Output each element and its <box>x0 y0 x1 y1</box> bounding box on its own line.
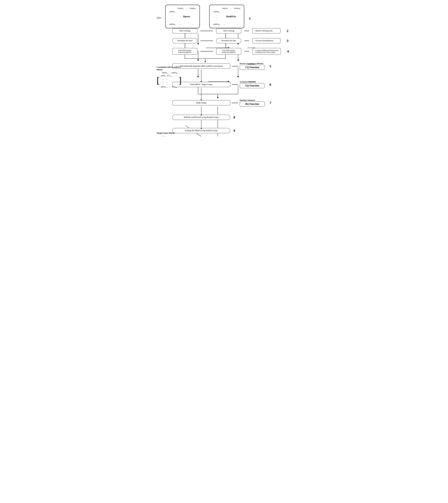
dmirnas-label: DmiRNAs <box>226 15 236 18</box>
arrow-down-left-2 <box>185 34 185 38</box>
corr-row-4: . … . <box>161 83 178 85</box>
dgenes-label: Dgenes <box>183 15 190 18</box>
corr-matrix-section: Correlation mRNA-miRNA Matrix [ miRNA1 …… <box>157 66 185 89</box>
target-matrix-content: miRNA1 geneN1, geneN2, geneN3,…,geneNK g… <box>160 135 185 136</box>
corr-rows: mRNA1 PCC1,1 … . . … . . … <box>161 74 178 89</box>
step2-number: 2 <box>287 29 288 33</box>
step4-note: Compute Differential Expression Estimate… <box>252 48 281 55</box>
h-connector-7 <box>232 103 238 103</box>
note3-bullet1: Z-Score Normalization <box>255 40 278 42</box>
step3-row: Normalize the Data Normalize the Data Z-… <box>172 38 291 43</box>
arrow-down-left-3 <box>185 43 185 48</box>
input-section: Input Sample1 … SampleN mRNA1 <box>157 3 291 28</box>
svg-marker-52 <box>200 81 202 82</box>
step6-number: 6 <box>270 83 271 87</box>
step7-number: 7 <box>270 101 271 105</box>
note4-bullet2: Estimate Exact Test p-Value <box>255 51 278 53</box>
step3-boxes: Normalize the Data Normalize the Data Z-… <box>172 38 288 43</box>
step3-note: Z-Score Normalization <box>252 38 280 43</box>
dgenes-matrix-container: Sample1 … SampleN mRNA1 Dgenes . . . <box>165 5 200 28</box>
find-assoc-label: Find Statistically Important mRNA-miRNA … <box>180 65 223 67</box>
corr-bracket-left: [ <box>157 76 160 84</box>
build-model-label: Build the model based on Top Ranked Grou… <box>184 116 219 118</box>
corr-bracket-right: ] <box>178 76 182 84</box>
normalize-2-box: Normalize the Data <box>216 38 241 43</box>
arrow-row-2 <box>185 34 291 38</box>
step1-number: 1 <box>249 17 251 20</box>
step2-row: Data Cleaning Data Cleaning Remove Missi… <box>172 28 291 34</box>
dgenes-box: Sample1 … SampleN mRNA1 Dgenes . . . <box>165 5 200 28</box>
step5-side: Pearson Correlation Coefficient C() Func… <box>240 62 265 70</box>
step5-number: 5 <box>270 64 271 68</box>
target-matrix-section: Target Genes Matrix [ miRNA1 geneN1, gen… <box>157 132 188 136</box>
rank-groups-box: Rank Groups <box>172 100 230 105</box>
target-rows: miRNA1 geneN1, geneN2, geneN3,…,geneNK g… <box>161 135 184 136</box>
svg-marker-58 <box>200 128 202 129</box>
svg-marker-50 <box>204 61 206 62</box>
c-function-box: C() Function <box>240 65 265 70</box>
step6-to-7-svg <box>172 88 266 101</box>
step3-number: 3 <box>287 39 288 43</box>
evaluate-model-label: Evaluate the Model on Top Ranked Groups <box>185 129 218 132</box>
dmirnas-box: Sample1 … SampleN miRNA1 DmiRNAs . . <box>209 5 244 28</box>
dgenes-matrix: Sample1 … SampleN mRNA1 Dgenes . . . <box>165 5 200 28</box>
target-matrix-title: Target Genes Matrix <box>157 132 188 134</box>
step4-boxes: Find Differentially Expressed mRNAs Find… <box>172 48 289 55</box>
diff-mrna-box: Find Differentially Expressed mRNAs <box>172 48 197 55</box>
h-connector-4b <box>244 51 249 51</box>
target-row-1: miRNA1 geneN1, geneN2, geneN3,…,geneNK <box>161 135 184 136</box>
h-connector-2b <box>244 31 249 31</box>
step8-to-9-area <box>172 120 291 129</box>
diff-mirna-box: Find Differentially Expressed miRNAs <box>216 48 241 55</box>
step7-to-8-svg <box>172 106 235 116</box>
step5-to-6-area <box>172 70 291 82</box>
find-groups-label: Find miRNA - Target Groups <box>190 83 212 85</box>
corr-row-2: . … . <box>161 78 178 80</box>
converge-svg <box>172 55 251 62</box>
corr-row-n: mRNAN . … PCCN,K <box>161 85 178 89</box>
diff-mrna-label: Find Differentially Expressed mRNAs <box>178 50 192 53</box>
diagram: Input Sample1 … SampleN mRNA1 <box>157 3 291 133</box>
diff-mirna-label: Find Differentially Expressed miRNAs <box>222 50 235 53</box>
corr-col-headers: miRNA1 … miRNAK <box>161 72 178 74</box>
dgenes-table: Sample1 … SampleN mRNA1 Dgenes . . . <box>168 7 197 26</box>
normalize-1-box: Normalize the Data <box>172 38 197 43</box>
corr-matrix: [ miRNA1 … miRNAK mRNA1 PCC1,1 … . <box>157 71 182 89</box>
h-connector-6 <box>232 84 238 85</box>
data-cleaning-1-label: Data Cleaning <box>179 30 190 32</box>
corr-row-1: mRNA1 PCC1,1 … . <box>161 74 178 78</box>
svg-marker-56 <box>200 115 202 116</box>
data-cleaning-1-box: Data Cleaning <box>172 28 197 34</box>
note4-bullet1: Compute Differential Expression <box>255 50 278 51</box>
corr-matrix-title: Correlation mRNA-miRNA Matrix <box>157 66 185 71</box>
normalize-2-label: Normalize the Data <box>221 40 236 42</box>
normalize-1-label: Normalize the Data <box>177 40 192 42</box>
step5-boxes: Find Statistically Important mRNA-miRNA … <box>172 62 291 70</box>
dmirnas-matrix-container: Sample1 … SampleN miRNA1 DmiRNAs . . <box>209 5 244 28</box>
input-label: Input <box>157 17 164 19</box>
r-function-label: R() Function <box>245 103 259 105</box>
steps-area: Data Cleaning Data Cleaning Remove Missi… <box>172 28 291 133</box>
target-matrix: [ miRNA1 geneN1, geneN2, geneN3,…,geneNK… <box>157 135 188 136</box>
rank-groups-label: Rank Groups <box>196 102 206 104</box>
g-function-label: G() Function <box>245 84 259 87</box>
h-connector-5 <box>232 66 238 66</box>
step2-boxes: Data Cleaning Data Cleaning Remove Missi… <box>172 28 288 34</box>
step5-to-6-svg <box>172 70 266 82</box>
step4-number: 4 <box>287 49 289 53</box>
h-connector-3b <box>244 41 249 41</box>
c-function-label: C() Function <box>245 66 259 68</box>
step4-row: Find Differentially Expressed mRNAs Find… <box>172 48 291 55</box>
svg-marker-54 <box>200 100 202 101</box>
step8-to-9-svg <box>172 120 235 129</box>
converge-arrows <box>172 55 291 62</box>
h-connector-2 <box>200 31 213 31</box>
g-function-box: G() Function <box>240 83 265 88</box>
arrow-down-right-2 <box>225 34 226 38</box>
corr-matrix-content: miRNA1 … miRNAK mRNA1 PCC1,1 … . . … <box>160 71 178 89</box>
step7-to-8-area <box>172 106 291 116</box>
dmirnas-matrix: Sample1 … SampleN miRNA1 DmiRNAs . . <box>209 5 244 28</box>
data-cleaning-2-label: Data Cleaning <box>223 30 234 32</box>
corr-row-3: . … . <box>161 80 178 83</box>
step6-to-7-area <box>172 88 291 101</box>
